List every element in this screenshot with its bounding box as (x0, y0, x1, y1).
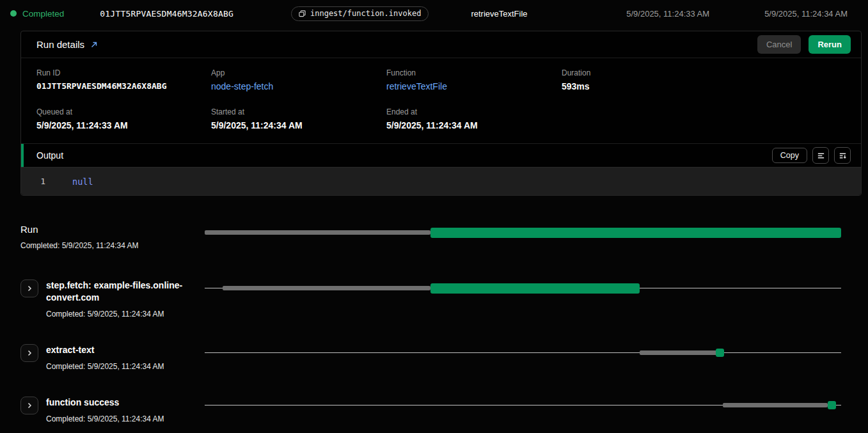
trace-run-track[interactable] (205, 224, 841, 242)
chevron-right-icon (26, 350, 33, 356)
status-dot-icon (10, 10, 17, 17)
output-status-accent (21, 144, 24, 167)
field-function: Function retrieveTextFile (386, 68, 562, 91)
chevron-right-icon (26, 402, 33, 409)
field-run-id-value: 01JTT5RPVAESDM46M32A6X8ABG (36, 81, 211, 91)
function-success-track[interactable] (205, 397, 841, 414)
trace-section: Run Completed: 5/9/2025, 11:24:34 AM ste… (0, 224, 868, 423)
wrap-text-icon[interactable] (834, 147, 851, 164)
field-queued-at: Queued at 5/9/2025, 11:24:33 AM (36, 107, 211, 130)
field-duration-value: 593ms (562, 81, 846, 91)
field-duration-label: Duration (562, 68, 846, 77)
run-details-title: Run details (36, 39, 84, 50)
expand-step-fetch-button[interactable] (20, 279, 38, 297)
field-ended-at: Ended at 5/9/2025, 11:24:34 AM (386, 107, 562, 130)
cancel-button[interactable]: Cancel (757, 35, 801, 54)
code-line-number: 1 (21, 177, 54, 186)
extract-text-completed: Completed: 5/9/2025, 11:24:34 AM (46, 362, 164, 371)
app-link[interactable]: node-step-fetch (211, 81, 386, 91)
extract-text-info: extract-text Completed: 5/9/2025, 11:24:… (20, 344, 205, 371)
step-fetch-queued-bar (223, 286, 430, 290)
event-badge-label: inngest/function.invoked (310, 9, 421, 18)
extract-text-queued-bar (640, 350, 717, 355)
trace-run-completed: Completed: 5/9/2025, 11:24:34 AM (20, 241, 194, 250)
expand-function-success-button[interactable] (20, 397, 38, 414)
trace-row-run: Run Completed: 5/9/2025, 11:24:34 AM (20, 224, 841, 250)
field-function-label: Function (386, 68, 562, 77)
function-success-completed: Completed: 5/9/2025, 11:24:34 AM (46, 414, 164, 423)
function-success-running-dot (828, 401, 836, 409)
run-details-card: Run details Cancel Rerun Run ID 01JTT5RP… (20, 31, 862, 196)
run-timestamps: 5/9/2025, 11:24:33 AM 5/9/2025, 11:24:34… (626, 9, 848, 19)
track-baseline (205, 352, 841, 353)
run-details-grid: Run ID 01JTT5RPVAESDM46M32A6X8ABG App no… (21, 58, 861, 143)
format-lines-icon[interactable] (812, 147, 829, 164)
function-link[interactable]: retrieveTextFile (386, 81, 562, 91)
function-name: retrieveTextFile (471, 9, 527, 19)
extract-text-text: extract-text Completed: 5/9/2025, 11:24:… (46, 344, 164, 371)
step-fetch-text: step.fetch: example-files.online-convert… (46, 279, 184, 319)
function-success-queued-bar (723, 403, 828, 407)
field-app-label: App (211, 68, 386, 77)
queued-at-timestamp: 5/9/2025, 11:24:33 AM (626, 9, 709, 19)
expand-extract-text-button[interactable] (20, 344, 38, 362)
field-started-at-value: 5/9/2025, 11:24:34 AM (211, 120, 386, 130)
run-summary-row[interactable]: Completed 01JTT5RPVAESDM46M32A6X8ABG inn… (0, 0, 868, 27)
event-trigger-badge[interactable]: inngest/function.invoked (291, 6, 429, 21)
step-fetch-info: step.fetch: example-files.online-convert… (20, 279, 205, 319)
field-started-at: Started at 5/9/2025, 11:24:34 AM (211, 107, 386, 130)
trace-run-info: Run Completed: 5/9/2025, 11:24:34 AM (20, 224, 205, 250)
function-success-info: function success Completed: 5/9/2025, 11… (20, 397, 205, 423)
copy-output-button[interactable]: Copy (772, 148, 807, 163)
function-success-text: function success Completed: 5/9/2025, 11… (46, 397, 164, 423)
extract-text-name: extract-text (46, 344, 164, 356)
output-code-block[interactable]: 1 null (21, 167, 861, 195)
chevron-right-icon (26, 285, 33, 292)
extract-text-running-dot (716, 349, 724, 357)
run-details-header: Run details Cancel Rerun (21, 31, 861, 58)
rerun-button[interactable]: Rerun (809, 35, 851, 54)
output-code-value: null (54, 177, 93, 187)
event-icon (299, 10, 306, 17)
field-queued-at-value: 5/9/2025, 11:24:33 AM (36, 120, 211, 130)
field-ended-at-value: 5/9/2025, 11:24:34 AM (386, 120, 562, 130)
output-title: Output (36, 150, 63, 161)
trace-row-function-success: function success Completed: 5/9/2025, 11… (20, 397, 841, 423)
field-started-at-label: Started at (211, 107, 386, 116)
trace-row-extract-text: extract-text Completed: 5/9/2025, 11:24:… (20, 344, 841, 371)
trace-run-name: Run (20, 224, 194, 235)
run-running-bar (430, 228, 841, 238)
field-queued-at-label: Queued at (36, 107, 211, 116)
step-fetch-name: step.fetch: example-files.online-convert… (46, 279, 184, 304)
step-fetch-running-bar (430, 283, 639, 294)
function-success-name: function success (46, 397, 164, 409)
started-at-timestamp: 5/9/2025, 11:24:34 AM (764, 9, 848, 19)
field-run-id: Run ID 01JTT5RPVAESDM46M32A6X8ABG (36, 68, 211, 91)
run-queued-bar (205, 230, 430, 235)
run-id: 01JTT5RPVAESDM46M32A6X8ABG (100, 9, 233, 19)
field-run-id-label: Run ID (36, 68, 211, 77)
run-status: Completed (22, 9, 64, 19)
field-ended-at-label: Ended at (386, 107, 562, 116)
extract-text-track[interactable] (205, 344, 841, 362)
field-spacer (562, 107, 846, 130)
output-header: Output Copy (21, 143, 861, 167)
step-fetch-completed: Completed: 5/9/2025, 11:24:34 AM (46, 310, 184, 319)
trace-row-step-fetch: step.fetch: example-files.online-convert… (20, 279, 841, 319)
field-duration: Duration 593ms (562, 68, 846, 91)
open-in-new-icon[interactable] (90, 41, 98, 49)
step-fetch-track[interactable] (205, 279, 841, 297)
field-app: App node-step-fetch (211, 68, 386, 91)
